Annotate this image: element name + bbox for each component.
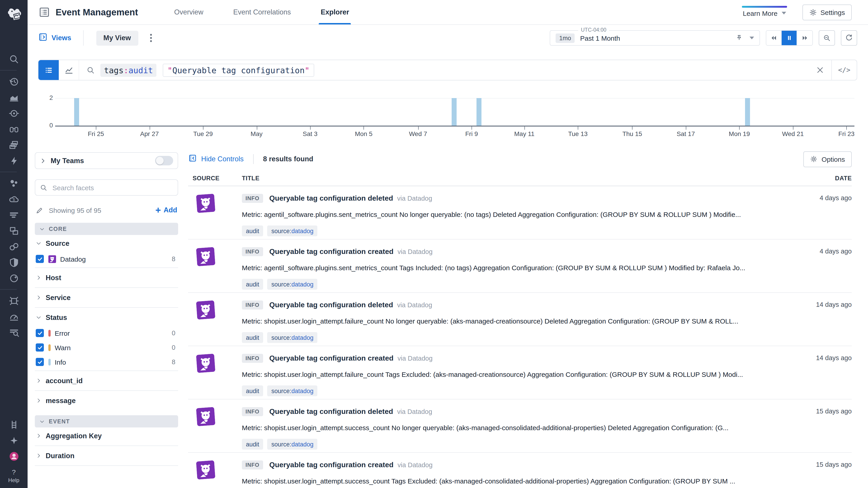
current-view-pill[interactable]: My View bbox=[96, 31, 138, 45]
time-bar: UTC-04:00 1mo Past 1 Month bbox=[550, 30, 857, 46]
integrations-icon[interactable] bbox=[0, 153, 28, 168]
facet-section-aggregation-key[interactable]: Aggregation Key bbox=[35, 427, 178, 444]
ci-cd-icon[interactable] bbox=[0, 238, 28, 254]
profiling-icon[interactable] bbox=[0, 324, 28, 340]
checkbox-checked[interactable] bbox=[36, 329, 44, 337]
timezone-label: UTC-04:00 bbox=[578, 27, 609, 33]
tag-pill[interactable]: audit bbox=[242, 439, 264, 450]
service-management-icon[interactable] bbox=[0, 270, 28, 286]
facet-value-error[interactable]: Error0 bbox=[35, 326, 178, 340]
rum-icon[interactable] bbox=[0, 223, 28, 238]
rewind-button[interactable] bbox=[766, 31, 782, 45]
datadog-logo-icon[interactable] bbox=[4, 4, 23, 23]
facet-section-message[interactable]: message bbox=[35, 392, 178, 409]
facet-section-service[interactable]: Service bbox=[35, 289, 178, 306]
cloud-cost-icon[interactable]: $ bbox=[0, 191, 28, 207]
event-row[interactable]: INFOQueryable tag configuration deletedv… bbox=[188, 186, 852, 239]
facet-section-source[interactable]: Source bbox=[35, 235, 178, 252]
settings-button[interactable]: Settings bbox=[802, 4, 852, 20]
facet-search-input[interactable] bbox=[52, 183, 173, 192]
view-options-kebab-icon[interactable] bbox=[148, 31, 153, 44]
monitors-icon[interactable] bbox=[0, 121, 28, 137]
refresh-icon[interactable] bbox=[841, 30, 857, 46]
tag-pill[interactable]: audit bbox=[242, 226, 264, 236]
my-teams-toggle[interactable] bbox=[155, 156, 173, 165]
code-view-icon[interactable]: </> bbox=[831, 60, 857, 80]
pause-button[interactable] bbox=[782, 31, 797, 45]
edit-facets-icon[interactable] bbox=[36, 206, 43, 214]
watchdog-icon[interactable] bbox=[0, 105, 28, 121]
tag-pill[interactable]: source:datadog bbox=[268, 226, 318, 236]
bits-ai-icon[interactable] bbox=[0, 432, 28, 448]
organization-icon[interactable] bbox=[0, 417, 28, 432]
clear-search-icon[interactable] bbox=[809, 60, 831, 80]
event-row[interactable]: INFOQueryable tag configuration createdv… bbox=[188, 453, 852, 488]
event-row[interactable]: INFOQueryable tag configuration createdv… bbox=[188, 346, 852, 399]
zoom-out-button[interactable] bbox=[819, 30, 835, 46]
security-icon[interactable] bbox=[0, 254, 28, 270]
tab-event-correlations[interactable]: Event Correlations bbox=[230, 0, 294, 24]
facet-section-host[interactable]: Host bbox=[35, 269, 178, 286]
facet-group-header-event[interactable]: EVENT bbox=[35, 415, 178, 427]
event-row[interactable]: INFOQueryable tag configuration deletedv… bbox=[188, 293, 852, 346]
analytics-view-toggle[interactable] bbox=[59, 60, 79, 80]
metrics-icon[interactable] bbox=[0, 90, 28, 105]
tag-pill[interactable]: source:datadog bbox=[268, 279, 318, 290]
time-range-label: Past 1 Month bbox=[580, 34, 620, 42]
add-facet-button[interactable]: + Add bbox=[155, 206, 177, 214]
checkbox-checked[interactable] bbox=[36, 344, 44, 352]
help-button[interactable]: ? Help bbox=[8, 468, 19, 484]
views-panel-icon bbox=[38, 32, 48, 44]
learn-more-dropdown[interactable]: Learn More bbox=[742, 6, 787, 18]
user-avatar-icon[interactable] bbox=[0, 448, 28, 464]
query-input[interactable]: tags:audit "Queryable tag configuration" bbox=[100, 60, 809, 80]
views-panel-button[interactable]: Views bbox=[38, 32, 71, 44]
facet-summary-row: Showing 95 of 95 + Add bbox=[35, 204, 178, 217]
logs-icon[interactable] bbox=[0, 207, 28, 223]
chevron-down-icon[interactable] bbox=[749, 37, 754, 39]
tag-pill[interactable]: source:datadog bbox=[268, 386, 318, 396]
hide-controls-button[interactable]: Hide Controls bbox=[188, 154, 244, 164]
dashboards-icon[interactable] bbox=[0, 137, 28, 153]
event-row[interactable]: INFOQueryable tag configuration createdv… bbox=[188, 239, 852, 293]
event-row[interactable]: INFOQueryable tag configuration deletedv… bbox=[188, 399, 852, 453]
checkbox-checked[interactable] bbox=[36, 255, 44, 263]
search-icon[interactable] bbox=[0, 51, 28, 67]
query-token-tags-audit[interactable]: tags:audit bbox=[100, 64, 157, 76]
facet-section-duration[interactable]: Duration bbox=[35, 447, 178, 464]
facet-value-info[interactable]: Info8 bbox=[35, 355, 178, 369]
facet-section-status[interactable]: Status bbox=[35, 309, 178, 326]
history-icon[interactable] bbox=[0, 74, 28, 90]
status-badge: INFO bbox=[242, 407, 263, 416]
event-bar[interactable] bbox=[745, 98, 750, 126]
datadog-source-avatar bbox=[196, 300, 215, 320]
tag-pill[interactable]: source:datadog bbox=[268, 332, 318, 343]
my-teams-section[interactable]: My Teams bbox=[35, 152, 178, 169]
list-view-toggle[interactable] bbox=[38, 60, 59, 80]
tag-pill[interactable]: audit bbox=[242, 279, 264, 290]
synthetics-icon[interactable] bbox=[0, 308, 28, 324]
fast-forward-button[interactable] bbox=[797, 31, 812, 45]
facet-value-warn[interactable]: Warn0 bbox=[35, 340, 178, 355]
x-axis-line bbox=[55, 126, 855, 127]
tag-pill[interactable]: source:datadog bbox=[268, 439, 318, 450]
tag-pill[interactable]: audit bbox=[242, 386, 264, 396]
apm-icon[interactable] bbox=[0, 175, 28, 191]
pin-icon[interactable] bbox=[735, 34, 743, 42]
event-bar[interactable] bbox=[74, 98, 79, 126]
facet-section-label: Status bbox=[46, 313, 67, 322]
tag-pill[interactable]: audit bbox=[242, 332, 264, 343]
time-range-shortcut[interactable]: 1mo bbox=[556, 33, 575, 43]
facet-value-datadog[interactable]: Datadog8 bbox=[35, 252, 178, 266]
facet-group-header-core[interactable]: CORE bbox=[35, 223, 178, 235]
event-bar[interactable] bbox=[476, 98, 481, 126]
time-range-picker[interactable]: UTC-04:00 1mo Past 1 Month bbox=[550, 30, 760, 46]
query-token-phrase[interactable]: "Queryable tag configuration" bbox=[163, 64, 314, 76]
options-button[interactable]: Options bbox=[804, 151, 852, 167]
event-bar[interactable] bbox=[452, 98, 456, 126]
facet-section-account_id[interactable]: account_id bbox=[35, 372, 178, 389]
checkbox-checked[interactable] bbox=[36, 358, 44, 366]
error-tracking-icon[interactable] bbox=[0, 293, 28, 308]
tab-explorer[interactable]: Explorer bbox=[317, 0, 353, 24]
tab-overview[interactable]: Overview bbox=[170, 0, 207, 24]
